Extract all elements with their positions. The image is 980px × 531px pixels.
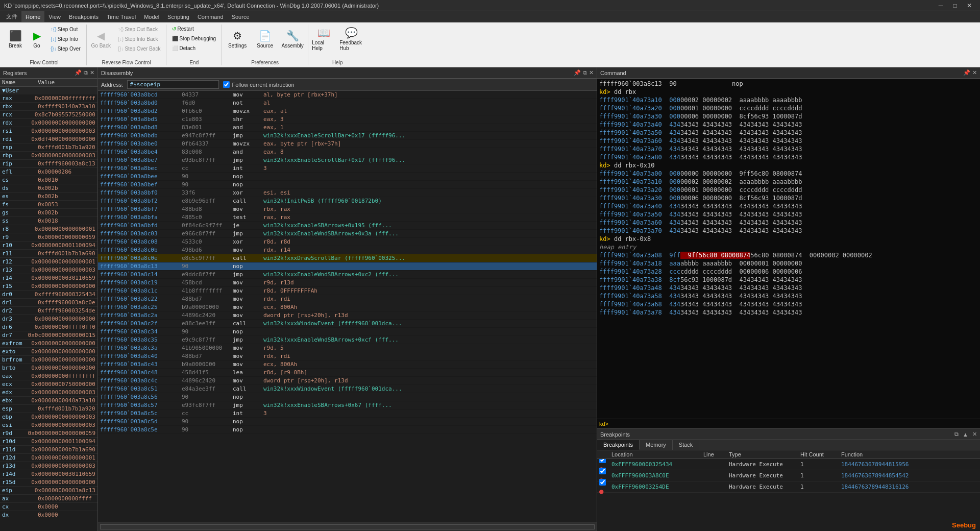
- registers-user-group[interactable]: ▼ User: [0, 87, 97, 94]
- registers-close-button[interactable]: ✕: [90, 69, 94, 76]
- register-row[interactable]: cx0x0000: [0, 503, 97, 511]
- register-row[interactable]: exto0x00000000000000000: [0, 348, 97, 356]
- disasm-row[interactable]: fffff960`003a8c2f e88c3ee3ff call win32k…: [98, 320, 597, 328]
- menu-command[interactable]: Command: [193, 11, 228, 22]
- menu-timetravel[interactable]: Time Travel: [103, 11, 140, 22]
- disasm-row[interactable]: fffff960`003a8bf0 33f6 xor esi, esi: [98, 189, 597, 197]
- disasm-row[interactable]: fffff960`003a8c14 e9ddc8f7ff jmp win32k!…: [98, 271, 597, 279]
- disasm-row[interactable]: fffff960`003a8be4 83e008 and eax, 8: [98, 148, 597, 156]
- register-row[interactable]: r15d0x00000000000000000: [0, 478, 97, 487]
- disasm-row[interactable]: fffff960`003a8bd2 0fb6c0 movzx eax, al: [98, 107, 597, 115]
- disasm-row[interactable]: fffff960`003a8bef 90 nop: [98, 181, 597, 189]
- register-row[interactable]: r120x00000000000000001: [0, 258, 97, 266]
- breakpoints-float-button[interactable]: ⧉: [954, 431, 959, 438]
- register-row[interactable]: rdi0x0df40000000000000: [0, 135, 97, 143]
- register-row[interactable]: r10d0x00000000001100094: [0, 438, 97, 446]
- disasm-row[interactable]: fffff960`003a8c4c 44896c2420 mov dword p…: [98, 377, 597, 385]
- register-row[interactable]: r14d0x00000000030110659: [0, 470, 97, 478]
- disassembly-pin-button[interactable]: 📌: [574, 69, 581, 76]
- maximize-button[interactable]: □: [948, 1, 962, 10]
- register-row[interactable]: dr10xffff960003a8c0e: [0, 299, 97, 307]
- register-row[interactable]: efl0x00000286: [0, 168, 97, 176]
- disassembly-float-button[interactable]: ⧉: [583, 69, 587, 76]
- disasm-row[interactable]: fffff960`003a8c25 b9a00000000 mov ecx, 8…: [98, 303, 597, 311]
- disasm-address-input[interactable]: [127, 80, 219, 89]
- breakpoints-close-button[interactable]: ✕: [972, 431, 977, 438]
- step-into-button[interactable]: {↓} Step Into: [47, 35, 84, 43]
- register-row[interactable]: rax0x00000000ffffffff: [0, 94, 97, 103]
- register-row[interactable]: dr20xffff960003254de: [0, 307, 97, 315]
- disasm-row[interactable]: fffff960`003a8bec cc int 3: [98, 164, 597, 173]
- register-row[interactable]: eip0x00000000003a8c13: [0, 487, 97, 495]
- register-row[interactable]: rsi0x00000000000000003: [0, 127, 97, 135]
- feedback-hub-button[interactable]: 💬 Feedback Hub: [338, 25, 364, 53]
- command-close-button[interactable]: ✕: [972, 69, 977, 76]
- register-row[interactable]: r13d0x00000000000000003: [0, 462, 97, 470]
- register-row[interactable]: dx0x0000: [0, 511, 97, 519]
- register-row[interactable]: es0x002b: [0, 192, 97, 201]
- restart-button[interactable]: ↺ Restart: [168, 25, 219, 33]
- registers-pin-button[interactable]: 📌: [75, 69, 82, 76]
- disasm-row[interactable]: fffff960`003a8c3a 41b905000000 mov r9d, …: [98, 344, 597, 352]
- bp-checkbox[interactable]: [599, 459, 606, 463]
- register-row[interactable]: esi0x00000000000000003: [0, 421, 97, 429]
- register-row[interactable]: brfrom0x00000000000000000: [0, 356, 97, 364]
- disasm-row[interactable]: fffff960`003a8c34 90 nop: [98, 328, 597, 336]
- disasm-row[interactable]: fffff960`003a8bdb e947c8f7ff jmp win32k!…: [98, 132, 597, 140]
- register-row[interactable]: brto0x00000000000000000: [0, 364, 97, 372]
- register-row[interactable]: r9d0x000000000000000059: [0, 429, 97, 438]
- disasm-row[interactable]: fffff960`003a8c2a 44896c2420 mov dword p…: [98, 311, 597, 320]
- breakpoint-row[interactable]: ● 0xFFFF960003254DE Hardware Execute 1 1…: [597, 481, 980, 493]
- breakpoint-row[interactable]: ● 0xFFFF960003A8C0E Hardware Execute 1 1…: [597, 470, 980, 481]
- step-over-button[interactable]: {}↓ Step Over: [47, 44, 84, 53]
- menu-breakpoints[interactable]: Breakpoints: [65, 11, 103, 22]
- register-row[interactable]: esp0xfffd001b7b1a920: [0, 405, 97, 413]
- detach-button[interactable]: ⬜ Detach: [168, 44, 219, 53]
- register-row[interactable]: fs0x0053: [0, 201, 97, 209]
- menu-model[interactable]: Model: [140, 11, 163, 22]
- disasm-row[interactable]: fffff960`003a8c43 b9a0000000 mov ecx, 80…: [98, 360, 597, 369]
- disasm-scrollbar[interactable]: [100, 524, 595, 529]
- disasm-row[interactable]: fffff960`003a8bf2 e8b9e96dff call win32k…: [98, 197, 597, 205]
- tab-memory[interactable]: Memory: [640, 440, 673, 450]
- register-row[interactable]: r12d0x00000000000000001: [0, 454, 97, 462]
- disasm-row[interactable]: fffff960`003a8bfd 0f84c6c9f7ff je win32k…: [98, 222, 597, 230]
- register-row[interactable]: dr70x0c0000000000000015: [0, 331, 97, 340]
- go-button[interactable]: ▶ Go: [28, 25, 46, 53]
- step-over-back-button[interactable]: {}↓ Step Over Back: [114, 44, 164, 53]
- register-row[interactable]: rip0xffff960003a8c13: [0, 160, 97, 168]
- bp-enabled[interactable]: ●: [599, 479, 611, 495]
- register-row[interactable]: rbp0x00000000000000003: [0, 152, 97, 160]
- register-row[interactable]: ax0x0000000000ffff: [0, 495, 97, 503]
- step-out-button[interactable]: ↑{} Step Out: [47, 25, 84, 34]
- command-pin-button[interactable]: 📌: [963, 69, 970, 76]
- disasm-row[interactable]: fffff960`003a8bee 90 nop: [98, 173, 597, 181]
- register-row[interactable]: ebp0x00000000000000003: [0, 413, 97, 421]
- assembly-button[interactable]: 🔧 Assembly: [279, 25, 306, 53]
- register-row[interactable]: r110xfffd001b7b1a690: [0, 250, 97, 258]
- register-row[interactable]: dr30x0000000000000000: [0, 315, 97, 323]
- register-row[interactable]: gs0x002b: [0, 209, 97, 217]
- menu-scripting[interactable]: Scripting: [163, 11, 193, 22]
- close-button[interactable]: ✕: [963, 1, 976, 10]
- register-row[interactable]: ds0x002b: [0, 184, 97, 192]
- disasm-row[interactable]: fffff960`003a8bcd 04337 mov al, byte ptr…: [98, 91, 597, 99]
- breakpoint-row[interactable]: ● 0xFFFF960000325434 Hardware Execute 1 …: [597, 459, 980, 470]
- register-row[interactable]: ss0x0018: [0, 217, 97, 225]
- step-out-back-button[interactable]: ↑{} Step Out Back: [114, 25, 164, 34]
- menu-file[interactable]: 文件: [2, 11, 21, 22]
- go-back-button[interactable]: ◀ Go Back: [89, 25, 113, 53]
- disasm-row[interactable]: fffff960`003a8c5d 90 nop: [98, 418, 597, 426]
- register-row[interactable]: dr00xffff960000325434: [0, 291, 97, 299]
- register-row[interactable]: ecx0x00000000750000000: [0, 380, 97, 389]
- disasm-row[interactable]: fffff960`003a8c0b 498bd6 mov rdx, r14: [98, 246, 597, 254]
- register-row[interactable]: rbx0xffff90140a73a10: [0, 103, 97, 111]
- minimize-button[interactable]: ─: [934, 1, 947, 10]
- disassembly-close-button[interactable]: ✕: [589, 69, 594, 76]
- disasm-row[interactable]: fffff960`003a8bd0 f6d0 not al: [98, 99, 597, 107]
- command-input[interactable]: [610, 420, 978, 427]
- register-row[interactable]: rdx0x00000000000000000: [0, 119, 97, 127]
- tab-stack[interactable]: Stack: [673, 440, 700, 450]
- menu-home[interactable]: Home: [21, 11, 44, 22]
- follow-instruction-checkbox[interactable]: Follow current instruction: [223, 81, 294, 88]
